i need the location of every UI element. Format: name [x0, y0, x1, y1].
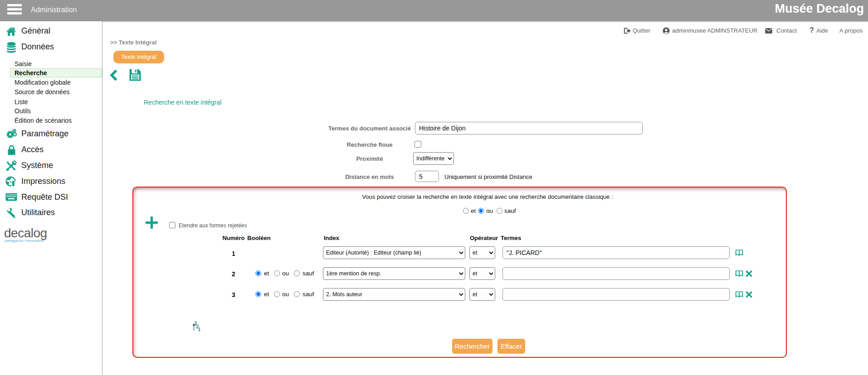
svg-text:1: 1 — [198, 327, 201, 332]
